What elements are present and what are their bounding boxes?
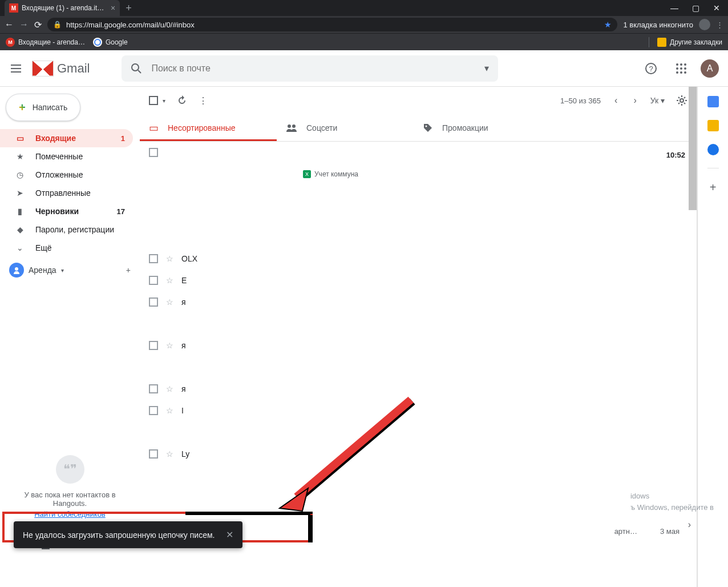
mail-list: 10:52 X Учет коммуна ☆ OLX ☆ — [140, 142, 697, 587]
hangouts-user[interactable]: Аренда ▾ + — [0, 257, 140, 283]
support-icon[interactable]: ? — [645, 62, 657, 75]
star-icon[interactable]: ☆ — [166, 276, 173, 285]
account-avatar[interactable]: A — [701, 59, 719, 78]
svg-point-9 — [680, 67, 682, 70]
svg-point-11 — [676, 71, 678, 74]
nav-more[interactable]: ⌄ Ещё — [0, 239, 133, 257]
tab-close-icon[interactable]: × — [111, 3, 115, 13]
other-bookmarks[interactable]: Другие закладки — [657, 38, 722, 47]
bookmark-google[interactable]: Google — [93, 38, 128, 47]
row-checkbox[interactable] — [149, 406, 158, 415]
browser-toolbar: ← → ⟳ 🔒 https://mail.google.com/mail/u/0… — [0, 16, 728, 33]
star-icon[interactable]: ☆ — [166, 341, 173, 350]
tab-promotions[interactable]: Промоакции — [414, 114, 551, 141]
sender: I — [181, 406, 184, 415]
star-icon[interactable]: ☆ — [166, 254, 173, 263]
refresh-icon[interactable] — [177, 95, 187, 106]
mail-row[interactable]: 10:52 — [140, 142, 697, 163]
bookmark-star-icon[interactable]: ★ — [604, 20, 612, 29]
bookmark-inbox[interactable]: M Входящие - arenda… — [6, 38, 85, 47]
svg-point-8 — [676, 67, 678, 70]
reload-icon[interactable]: ⟳ — [34, 19, 42, 30]
svg-point-5 — [676, 63, 678, 66]
maximize-icon[interactable]: ▢ — [692, 3, 699, 13]
select-all-checkbox[interactable] — [149, 96, 158, 105]
nav-drafts[interactable]: ▮ Черновики 17 — [0, 202, 133, 220]
svg-text:?: ? — [649, 65, 653, 73]
lock-icon: 🔒 — [53, 21, 62, 29]
mail-row[interactable]: ☆ я — [140, 291, 697, 313]
inbox-icon: ▭ — [15, 134, 25, 143]
calendar-icon[interactable] — [707, 96, 719, 107]
mail-row[interactable]: ☆ Е — [140, 270, 697, 291]
row-checkbox[interactable] — [149, 148, 158, 157]
search-icon[interactable] — [131, 63, 142, 74]
select-dropdown-icon[interactable]: ▾ — [163, 98, 165, 104]
browser-tab[interactable]: Входящие (1) - arenda.itkit@gm… × — [5, 0, 120, 16]
gmail-logo[interactable]: Gmail — [32, 61, 90, 77]
new-tab-button[interactable]: + — [126, 2, 132, 14]
mail-row[interactable]: ☆ I — [140, 400, 697, 421]
row-checkbox[interactable] — [149, 254, 158, 263]
close-window-icon[interactable]: ✕ — [713, 3, 720, 13]
search-box[interactable]: ▾ — [122, 55, 498, 82]
mail-time: 10:52 — [666, 151, 685, 159]
nav-passwords[interactable]: ◆ Пароли, регистрации — [0, 220, 133, 239]
svg-point-17 — [288, 124, 291, 128]
mail-row[interactable]: ☆ я — [140, 378, 697, 400]
mail-row[interactable]: ☆ Ly — [140, 443, 697, 465]
add-contact-icon[interactable]: + — [126, 266, 131, 275]
mail-area: ▾ ⋮ 1–50 из 365 ‹ › Ук ▾ ▭ Несортированн… — [140, 87, 697, 587]
gmail-sidebar: + Написать ▭ Входящие 1 ★ Помеченные ◷ О… — [0, 87, 140, 587]
forward-icon[interactable]: → — [19, 19, 29, 30]
hamburger-menu-icon[interactable] — [9, 62, 23, 75]
expand-arrow-icon[interactable]: › — [688, 520, 691, 530]
search-input[interactable] — [151, 63, 475, 74]
tab-social[interactable]: Соцсети — [277, 114, 414, 141]
back-icon[interactable]: ← — [5, 19, 14, 30]
star-icon[interactable]: ☆ — [166, 406, 173, 415]
search-options-icon[interactable]: ▾ — [484, 63, 489, 74]
nav-starred[interactable]: ★ Помеченные — [0, 147, 133, 166]
svg-point-16 — [680, 99, 683, 102]
row-checkbox[interactable] — [149, 341, 158, 350]
compose-button[interactable]: + Написать — [6, 94, 80, 121]
next-page-icon[interactable]: › — [631, 93, 638, 108]
row-checkbox[interactable] — [149, 449, 158, 459]
svg-point-1 — [132, 64, 139, 71]
nav-snoozed[interactable]: ◷ Отложенные — [0, 166, 133, 184]
star-icon[interactable]: ☆ — [166, 384, 173, 393]
keep-icon[interactable] — [707, 120, 719, 131]
sender: я — [181, 384, 186, 393]
nav-sent[interactable]: ➤ Отправленные — [0, 184, 133, 202]
address-bar[interactable]: 🔒 https://mail.google.com/mail/u/0/#inbo… — [47, 18, 617, 31]
star-icon[interactable]: ☆ — [166, 449, 173, 459]
tab-primary[interactable]: ▭ Несортированные — [140, 114, 277, 141]
nav-inbox[interactable]: ▭ Входящие 1 — [0, 129, 133, 147]
more-icon[interactable]: ⋮ — [199, 95, 208, 106]
minimize-icon[interactable]: — — [670, 3, 678, 13]
chevron-down-icon: ▾ — [61, 267, 64, 274]
sent-icon: ➤ — [15, 188, 25, 198]
star-icon: ★ — [15, 152, 25, 161]
mail-row[interactable]: ☆ OLX — [140, 248, 697, 270]
gmail-icon: M — [6, 38, 15, 47]
mail-row-attach[interactable]: X Учет коммуна — [140, 163, 697, 185]
toast-close-icon[interactable]: ✕ — [226, 529, 233, 540]
bookmarks-bar: M Входящие - arenda… Google Другие закла… — [0, 33, 728, 50]
mail-row[interactable]: ☆ я — [140, 335, 697, 356]
prev-page-icon[interactable]: ‹ — [612, 93, 620, 108]
apps-grid-icon[interactable] — [676, 63, 687, 74]
tasks-icon[interactable] — [707, 144, 719, 155]
addons-plus-icon[interactable]: + — [710, 181, 717, 194]
find-contacts-link[interactable]: Найти собеседников — [17, 510, 123, 518]
social-tab-icon — [286, 123, 297, 132]
star-icon[interactable]: ☆ — [166, 297, 173, 307]
svg-point-6 — [680, 63, 682, 66]
input-language[interactable]: Ук ▾ — [650, 96, 665, 105]
row-checkbox[interactable] — [149, 297, 158, 307]
browser-menu-icon[interactable]: ⋮ — [716, 21, 723, 29]
row-checkbox[interactable] — [149, 276, 158, 285]
settings-gear-icon[interactable] — [676, 95, 687, 106]
row-checkbox[interactable] — [149, 384, 158, 393]
